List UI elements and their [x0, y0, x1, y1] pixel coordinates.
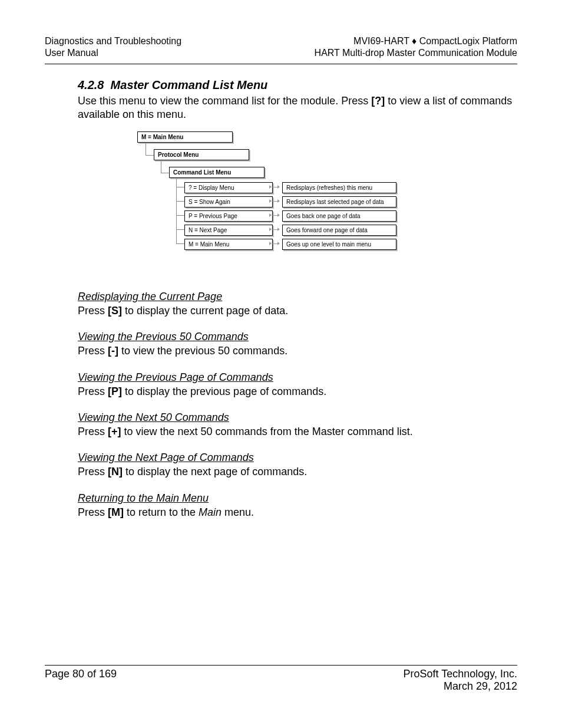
page-header: Diagnostics and Troubleshooting User Man…: [45, 35, 517, 61]
menu-diagram: M = Main Menu Protocol Menu Command List…: [78, 131, 515, 249]
subhead-2: Viewing the Previous Page of Commands: [78, 371, 515, 384]
header-rule: [45, 64, 517, 64]
subtext-1: Press [-] to view the previous 50 comman…: [78, 344, 515, 358]
subtext-0: Press [S] to display the current page of…: [78, 304, 515, 318]
subhead-1: Viewing the Previous 50 Commands: [78, 331, 515, 343]
subsection-0: Redisplaying the Current Page Press [S] …: [78, 291, 515, 318]
header-left-2: User Manual: [45, 47, 181, 59]
diagram-left-0: ? = Display Menu: [184, 182, 273, 193]
footer-right-2: March 29, 2012: [404, 680, 517, 693]
subsection-2: Viewing the Previous Page of Commands Pr…: [78, 371, 515, 398]
diagram-box-commandlist: Command List Menu: [169, 167, 265, 178]
subtext-2: Press [P] to display the previous page o…: [78, 385, 515, 398]
footer-rule: [45, 665, 517, 666]
subhead-0: Redisplaying the Current Page: [78, 291, 515, 303]
diagram-box-main: M = Main Menu: [137, 131, 233, 143]
subtext-4: Press [N] to display the next page of co…: [78, 465, 515, 479]
subsection-4: Viewing the Next Page of Commands Press …: [78, 452, 515, 479]
subhead-4: Viewing the Next Page of Commands: [78, 452, 515, 464]
diagram-right-2: Goes back one page of data: [282, 210, 396, 222]
subhead-5: Returning to the Main Menu: [78, 492, 515, 505]
subhead-3: Viewing the Next 50 Commands: [78, 411, 515, 424]
diagram-left-4: M = Main Menu: [184, 239, 273, 250]
subtext-3: Press [+] to view the next 50 commands f…: [78, 425, 515, 439]
page-footer: Page 80 of 169 ProSoft Technology, Inc. …: [45, 665, 517, 693]
subsection-1: Viewing the Previous 50 Commands Press […: [78, 331, 515, 358]
diagram-right-0: Redisplays (refreshes) this menu: [282, 182, 396, 193]
header-right-1: MVI69-HART ♦ CompactLogix Platform: [315, 35, 517, 47]
section-heading: 4.2.8 Master Command List Menu: [78, 78, 515, 92]
diagram-right-3: Goes forward one page of data: [282, 225, 396, 236]
diagram-left-3: N = Next Page: [184, 225, 273, 236]
diagram-right-4: Goes up one level to main menu: [282, 239, 396, 250]
footer-left: Page 80 of 169: [45, 668, 117, 693]
diagram-left-2: P = Previous Page: [184, 210, 273, 222]
header-left-1: Diagnostics and Troubleshooting: [45, 35, 181, 47]
diagram-right-1: Redisplays last selected page of data: [282, 196, 396, 207]
footer-right-1: ProSoft Technology, Inc.: [404, 668, 517, 680]
diagram-box-protocol: Protocol Menu: [154, 149, 249, 160]
diagram-left-1: S = Show Again: [184, 196, 273, 207]
header-right-2: HART Multi-drop Master Communication Mod…: [315, 47, 517, 59]
subsection-5: Returning to the Main Menu Press [M] to …: [78, 492, 515, 519]
subtext-5: Press [M] to return to the Main menu.: [78, 506, 515, 519]
section-intro: Use this menu to view the command list f…: [78, 94, 515, 122]
subsection-3: Viewing the Next 50 Commands Press [+] t…: [78, 411, 515, 439]
